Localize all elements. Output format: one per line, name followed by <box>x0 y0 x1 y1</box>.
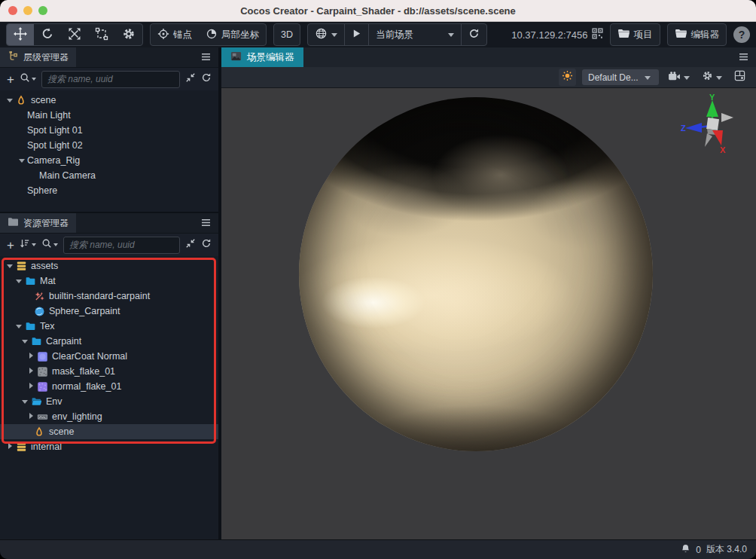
create-node-button[interactable]: + <box>7 73 14 86</box>
expand-arrow[interactable] <box>27 349 36 364</box>
tab-assets[interactable]: 资源管理器 <box>0 213 76 233</box>
expand-arrow[interactable] <box>27 409 36 424</box>
axis-gizmo[interactable]: Y Z X <box>675 93 750 154</box>
asset-row-env-lighting[interactable]: env_lighting <box>0 409 218 424</box>
search-icon <box>41 238 52 252</box>
asset-label: Carpaint <box>46 336 81 347</box>
node-label: Main Camera <box>39 170 96 181</box>
tree-row-scene[interactable]: scene <box>0 93 218 108</box>
display-mode-dropdown[interactable]: Default De... <box>582 69 659 85</box>
asset-row-mat[interactable]: Mat <box>0 273 218 289</box>
asset-row-env[interactable]: Env <box>0 394 218 409</box>
asset-row-tex[interactable]: Tex <box>0 319 218 334</box>
zoom-window-button[interactable] <box>38 6 47 15</box>
asset-row-scene[interactable]: scene <box>0 424 218 439</box>
qrcode-icon[interactable] <box>592 28 603 41</box>
asset-row-carpaint[interactable]: Carpaint <box>0 334 218 349</box>
expand-arrow[interactable] <box>21 394 30 409</box>
asset-row-mask-flake-01[interactable]: mask_flake_01 <box>0 364 218 379</box>
open-project-button[interactable]: 项目 <box>611 24 660 45</box>
rotate-tool-button[interactable] <box>34 24 61 45</box>
asset-row-internal[interactable]: internal <box>0 439 218 454</box>
expand-arrow[interactable] <box>21 334 30 349</box>
hierarchy-menu-button[interactable] <box>194 47 218 67</box>
node-label: scene <box>31 95 56 105</box>
scale-tool-button[interactable] <box>61 24 88 45</box>
expand-arrow[interactable] <box>6 258 15 273</box>
tree-row-main-light[interactable]: Main Light <box>0 108 218 123</box>
close-window-button[interactable] <box>8 6 17 15</box>
tab-scene-editor[interactable]: 场景编辑器 <box>221 47 303 67</box>
effect-icon <box>33 290 45 302</box>
hierarchy-panel: 层级管理器 + <box>0 47 218 212</box>
node-label: Spot Light 01 <box>27 125 83 136</box>
tree-row-spot-light-02[interactable]: Spot Light 02 <box>0 138 218 153</box>
gizmo-settings-button[interactable] <box>115 24 142 45</box>
open-editor-button[interactable]: 编辑器 <box>668 24 727 45</box>
tree-row-spot-light-01[interactable]: Spot Light 01 <box>0 123 218 138</box>
refresh-icon <box>468 28 480 41</box>
current-scene-dropdown[interactable]: 当前场景 <box>369 24 461 45</box>
tree-row-sphere[interactable]: Sphere <box>0 183 218 198</box>
sort-icon <box>20 238 30 252</box>
texture-icon <box>36 365 48 377</box>
expand-arrow[interactable] <box>27 364 36 379</box>
chevron-down-icon <box>331 33 337 40</box>
help-button[interactable]: ? <box>733 26 750 43</box>
refresh-hierarchy-button[interactable] <box>201 72 212 86</box>
refresh-scene-button[interactable] <box>462 24 486 45</box>
scale-icon <box>68 27 81 43</box>
expand-arrow[interactable] <box>15 273 24 289</box>
tab-hierarchy[interactable]: 层级管理器 <box>0 47 76 67</box>
asset-row-assets[interactable]: assets <box>0 258 218 273</box>
expand-arrow[interactable] <box>15 319 24 334</box>
hierarchy-search-filter-button[interactable] <box>20 72 36 86</box>
camera-settings-button[interactable] <box>665 69 693 86</box>
app-window: Cocos Creator - Carpaint_Shader - db://a… <box>0 0 756 559</box>
pivot-group: 锚点 局部坐标 <box>150 23 267 46</box>
gizmo-y-label: Y <box>709 93 715 102</box>
create-asset-button[interactable]: + <box>7 239 14 252</box>
mode-3d-button[interactable]: 3D <box>274 24 300 45</box>
assets-menu-button[interactable] <box>194 213 218 233</box>
expand-arrow[interactable] <box>18 153 27 168</box>
collapse-all-button[interactable] <box>185 238 196 252</box>
node-label: Sphere <box>27 185 57 196</box>
assets-search-input[interactable] <box>63 237 180 254</box>
layout-grid-button[interactable] <box>731 69 748 86</box>
display-mode-label: Default De... <box>588 72 639 83</box>
scene-gizmo-settings-button[interactable] <box>699 69 725 86</box>
anchor-icon <box>157 28 169 42</box>
expand-arrow[interactable] <box>27 379 36 394</box>
asset-row-sphere-carpaint[interactable]: Sphere_Carpaint <box>0 304 218 319</box>
preview-browser-button[interactable] <box>308 24 344 45</box>
gear-icon <box>702 70 713 84</box>
assets-search-filter-button[interactable] <box>41 238 58 252</box>
rotate-icon <box>41 27 54 43</box>
asset-row-normal-flake-01[interactable]: normal_flake_01 <box>0 379 218 394</box>
minimize-window-button[interactable] <box>23 6 32 15</box>
anchor-button[interactable]: 锚点 <box>151 24 199 45</box>
local-coords-button[interactable]: 局部坐标 <box>199 24 266 45</box>
asset-row-builtin-standard-carpaint[interactable]: builtin-standard-carpaint <box>0 289 218 304</box>
scene-light-toggle[interactable] <box>559 69 576 86</box>
viewport-menu-button[interactable] <box>731 47 756 67</box>
sort-assets-button[interactable] <box>20 238 36 252</box>
expand-arrow[interactable] <box>6 93 15 108</box>
expand-arrow[interactable] <box>6 439 15 454</box>
scene-3d-canvas[interactable]: Y Z X <box>221 88 756 539</box>
hierarchy-search-input[interactable] <box>41 71 180 88</box>
viewport-tabbar: 场景编辑器 <box>221 47 756 67</box>
refresh-assets-button[interactable] <box>201 238 212 252</box>
rect-transform-icon <box>95 27 108 43</box>
assets-folder-icon <box>8 217 19 229</box>
collapse-all-button[interactable] <box>185 72 196 86</box>
asset-row-clearcoat-normal[interactable]: ClearCoat Normal <box>0 349 218 364</box>
bell-icon[interactable] <box>681 544 690 556</box>
play-button[interactable] <box>345 24 368 45</box>
tree-row-main-camera[interactable]: Main Camera <box>0 168 218 183</box>
move-tool-button[interactable] <box>7 24 34 45</box>
tree-row-camera-rig[interactable]: Camera_Rig <box>0 153 218 168</box>
rect-tool-button[interactable] <box>88 24 115 45</box>
chevron-down-icon <box>716 76 722 83</box>
